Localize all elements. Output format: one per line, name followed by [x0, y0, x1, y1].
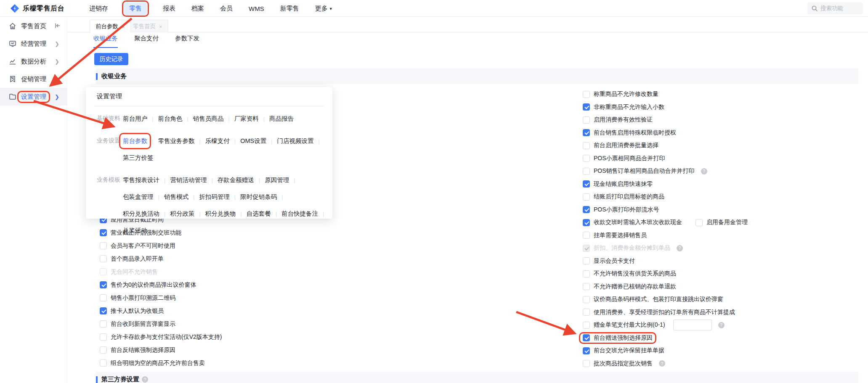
menu-item-包装盒管理[interactable]: 包装盒管理: [123, 191, 154, 203]
tab-零售首页[interactable]: 零售首页×: [127, 20, 168, 33]
checkbox[interactable]: [583, 206, 590, 213]
checkbox[interactable]: [583, 116, 590, 124]
collapse-sidebar-icon[interactable]: [54, 22, 61, 31]
help-icon[interactable]: ?: [677, 245, 683, 251]
checkbox[interactable]: [583, 257, 590, 264]
checkbox[interactable]: [583, 180, 590, 188]
checkbox[interactable]: [583, 129, 590, 136]
close-icon[interactable]: ×: [159, 24, 162, 30]
history-button[interactable]: 历史记录: [94, 53, 128, 65]
checkbox[interactable]: [583, 103, 590, 111]
help-icon[interactable]: ?: [718, 322, 725, 328]
nav-item-新零售[interactable]: 新零售: [280, 5, 299, 13]
nav-item-报表[interactable]: 报表: [163, 5, 175, 13]
menu-item-前台角色[interactable]: 前台角色: [158, 113, 182, 125]
nav-item-WMS[interactable]: WMS: [249, 5, 264, 12]
menu-item-积分兑换活动[interactable]: 积分兑换活动: [123, 208, 159, 220]
help-icon[interactable]: ?: [659, 360, 665, 367]
sidebar-item-零售首页[interactable]: 零售首页: [0, 17, 67, 35]
menu-item-零售业务参数[interactable]: 零售业务参数: [158, 135, 194, 147]
menu-item-限时促销条码[interactable]: 限时促销条码: [240, 191, 277, 203]
menu-item-自选套餐[interactable]: 自选套餐: [247, 208, 271, 220]
sidebar-item-数据分析[interactable]: 数据分析❯: [0, 53, 67, 70]
checkbox[interactable]: [100, 346, 107, 354]
top-navigation: 进销存零售报表档案会员WMS新零售更多▼: [89, 0, 333, 17]
sidebar-item-促销管理[interactable]: 促销管理❯: [0, 70, 67, 88]
checkbox[interactable]: [583, 91, 590, 98]
menu-item-门店视频设置[interactable]: 门店视频设置: [277, 135, 314, 147]
nav-item-进销存[interactable]: 进销存: [89, 5, 108, 13]
checkbox[interactable]: [583, 155, 590, 162]
divider: |: [193, 194, 194, 200]
menu-item-积分政策[interactable]: 积分政策: [170, 208, 194, 220]
checkbox[interactable]: [583, 347, 590, 354]
menu-item-折扣码管理[interactable]: 折扣码管理: [199, 191, 230, 203]
checkbox-row: POS小票相同商品合并打印: [583, 152, 748, 165]
help-icon[interactable]: ?: [701, 168, 707, 174]
section-header-cashier: 收银业务: [96, 69, 858, 84]
menu-item-零售报表设计[interactable]: 零售报表设计: [123, 174, 159, 186]
checkbox[interactable]: [100, 242, 107, 249]
menu-item-前台参数[interactable]: 前台参数: [123, 135, 147, 147]
sidebar-item-经营管理[interactable]: 经营管理❯: [0, 35, 67, 53]
checkbox-label: 不允许赠券已核销的存款单退款: [594, 283, 676, 291]
checkbox[interactable]: [100, 255, 107, 262]
checkbox[interactable]: [100, 333, 107, 341]
tab-label: 前台参数: [96, 23, 118, 30]
tab-收银业务[interactable]: 收银业务: [93, 34, 118, 48]
nav-item-档案[interactable]: 档案: [191, 5, 204, 13]
checkbox-group: 会员与客户不可同时使用: [100, 242, 175, 250]
ratio-input[interactable]: [673, 320, 712, 330]
menu-item-兑奖活动[interactable]: 兑奖活动: [123, 225, 147, 237]
checkbox[interactable]: [100, 320, 107, 328]
nav-item-会员[interactable]: 会员: [220, 5, 233, 13]
checkbox[interactable]: [695, 219, 703, 226]
checkbox[interactable]: [583, 283, 590, 290]
tab-聚合支付[interactable]: 聚合支付: [134, 34, 159, 48]
checkbox-column-right: 称重商品不允许修改数量非称重商品不允许输入小数启用消费券有效性验证前台销售启用特…: [583, 88, 748, 370]
menu-item-存款金额赠送[interactable]: 存款金额赠送: [218, 174, 254, 186]
nav-item-更多[interactable]: 更多▼: [315, 5, 333, 13]
search-input[interactable]: 搜索功能: [807, 3, 863, 14]
checkbox[interactable]: [583, 219, 590, 226]
menu-item-乐檬支付[interactable]: 乐檬支付: [205, 135, 230, 147]
sidebar-item-label: 促销管理: [21, 75, 46, 83]
menu-item-前台快捷备注[interactable]: 前台快捷备注: [281, 208, 318, 220]
menu-item-厂家资料[interactable]: 厂家资料: [234, 113, 259, 125]
divider: |: [158, 194, 159, 200]
menu-item-第三方价签[interactable]: 第三方价签: [123, 152, 154, 164]
checkbox[interactable]: [583, 270, 590, 277]
checkbox[interactable]: [100, 294, 107, 301]
menu-item-销售员商品[interactable]: 销售员商品: [193, 113, 224, 125]
tab-前台参数[interactable]: 前台参数×: [90, 20, 131, 33]
menu-group: 业务设置前台参数|零售业务参数|乐檬支付|OMS设置|门店视频设置|第三方价签: [86, 135, 332, 169]
checkbox[interactable]: [583, 334, 590, 341]
checkbox[interactable]: [583, 296, 590, 303]
tab-参数下发[interactable]: 参数下发: [175, 34, 199, 48]
checkbox[interactable]: [583, 322, 590, 329]
checkbox[interactable]: [583, 232, 590, 239]
checkbox[interactable]: [583, 168, 590, 175]
checkbox[interactable]: [100, 281, 107, 288]
divider: [94, 106, 324, 106]
checkbox[interactable]: [100, 359, 107, 367]
nav-item-零售[interactable]: 零售: [124, 2, 147, 15]
menu-item-前台用户[interactable]: 前台用户: [123, 113, 147, 125]
menu-item-销售模式[interactable]: 销售模式: [164, 191, 188, 203]
help-icon[interactable]: ?: [142, 376, 148, 383]
checkbox[interactable]: [583, 360, 590, 367]
menu-item-商品报告[interactable]: 商品报告: [269, 113, 294, 125]
menu-item-营销活动管理[interactable]: 营销活动管理: [170, 174, 207, 186]
menu-item-OMS设置[interactable]: OMS设置: [240, 135, 266, 147]
checkbox[interactable]: [100, 307, 107, 314]
checkbox[interactable]: [583, 142, 590, 149]
menu-item-原因管理[interactable]: 原因管理: [265, 174, 289, 186]
menu-item-积分兑换物[interactable]: 积分兑换物: [205, 208, 236, 220]
sidebar-item-设置管理[interactable]: 设置管理❯: [0, 88, 67, 106]
close-icon[interactable]: ×: [122, 24, 125, 30]
checkbox[interactable]: [583, 309, 590, 316]
checkbox-group: 启用消费券有效性验证: [583, 116, 653, 124]
divider: |: [276, 211, 277, 217]
search-icon: [812, 5, 818, 11]
checkbox[interactable]: [583, 193, 590, 201]
